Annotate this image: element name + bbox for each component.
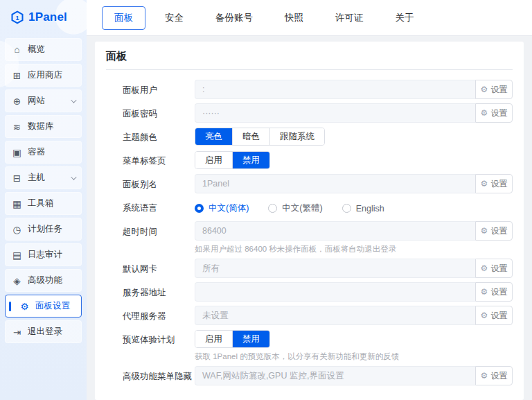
- gear-icon: ⚙: [481, 85, 488, 94]
- menu-tabs-enable-button[interactable]: 启用: [195, 152, 232, 168]
- log-file-icon: ▤: [12, 250, 22, 261]
- tab-about[interactable]: 关于: [383, 6, 427, 30]
- field-label: 代理服务器: [123, 306, 195, 322]
- diamond-icon: ◈: [12, 275, 22, 286]
- gear-icon: ⚙: [481, 288, 488, 296]
- field-label: 菜单标签页: [123, 150, 195, 167]
- timeout-input: 86400: [195, 221, 475, 241]
- form-row: 系统语言 中文(简体) 中文(繁體) English: [123, 198, 513, 217]
- radio-label: 中文(简体): [209, 202, 249, 214]
- sidebar-item-label: 数据库: [28, 121, 54, 132]
- settings-button-label: 设置: [490, 263, 507, 275]
- sidebar-item-logout[interactable]: ⇥ 退出登录: [5, 320, 82, 343]
- tab-panel[interactable]: 面板: [102, 6, 145, 30]
- menu-tabs-group: 启用 禁用: [195, 151, 270, 169]
- theme-dark-button[interactable]: 暗色: [232, 128, 269, 145]
- sidebar-item-host[interactable]: ⊟ 主机: [5, 166, 82, 189]
- server-address-input: [195, 282, 475, 302]
- form-row: 服务器地址 ⚙ 设置: [123, 282, 513, 302]
- sidebar-item-label: 网站: [28, 95, 45, 107]
- preview-enable-button[interactable]: 启用: [195, 331, 232, 347]
- sidebar-item-overview[interactable]: ⌂ 概览: [5, 38, 82, 61]
- brand-logo: 1 1Panel: [0, 0, 87, 35]
- settings-button-label: 设置: [490, 225, 507, 237]
- language-radio-en[interactable]: English: [342, 204, 384, 214]
- hidden-menus-settings-button[interactable]: ⚙ 设置: [475, 366, 513, 385]
- sidebar-item-app-store[interactable]: ⊞ 应用商店: [5, 64, 82, 87]
- tab-license[interactable]: 许可证: [323, 6, 376, 30]
- sidebar-item-cronjob[interactable]: ◷ 计划任务: [5, 218, 82, 241]
- preview-disable-button[interactable]: 禁用: [232, 331, 269, 347]
- sidebar-item-label: 退出登录: [28, 326, 62, 338]
- gear-icon: ⚙: [481, 372, 488, 380]
- sidebar-item-label: 概览: [28, 44, 45, 55]
- panel-alias-settings-button[interactable]: ⚙ 设置: [475, 174, 513, 193]
- panel-password-settings-button[interactable]: ⚙ 设置: [475, 103, 513, 123]
- sidebar-item-label: 高级功能: [28, 275, 62, 286]
- gear-icon: ⚙: [481, 227, 488, 235]
- timeout-settings-button[interactable]: ⚙ 设置: [475, 221, 513, 241]
- default-network-settings-button[interactable]: ⚙ 设置: [475, 259, 513, 278]
- gear-icon: ⚙: [481, 109, 488, 117]
- sidebar-item-container[interactable]: ▣ 容器: [5, 141, 82, 164]
- hexagon-logo-icon: 1: [10, 10, 24, 24]
- field-label: 预览体验计划: [123, 329, 195, 346]
- active-indicator: [9, 302, 11, 311]
- server-address-settings-button[interactable]: ⚙ 设置: [475, 282, 513, 302]
- field-label: 系统语言: [123, 198, 195, 214]
- default-network-input: 所有: [195, 259, 475, 278]
- panel-user-settings-button[interactable]: ⚙ 设置: [475, 80, 513, 99]
- tab-security[interactable]: 安全: [152, 6, 196, 30]
- field-label: 面板密码: [123, 103, 195, 120]
- settings-button-label: 设置: [490, 84, 507, 96]
- radio-icon: [195, 204, 204, 213]
- proxy-server-settings-button[interactable]: ⚙ 设置: [475, 306, 513, 325]
- settings-button-label: 设置: [490, 286, 507, 298]
- host-icon: ⊟: [12, 173, 22, 184]
- panel-password-input: ······: [195, 103, 475, 123]
- field-label: 服务器地址: [123, 282, 195, 299]
- sidebar-item-panel-settings[interactable]: ⚙ 面板设置: [5, 295, 82, 318]
- panel-alias-input: 1Panel: [195, 174, 475, 193]
- proxy-server-input: 未设置: [195, 306, 475, 325]
- panel-settings-form: 面板用户 : ⚙ 设置 面板密码 ······: [106, 70, 513, 385]
- field-label: 面板别名: [123, 174, 195, 191]
- tab-backup-account[interactable]: 备份账号: [203, 6, 265, 30]
- sidebar-item-label: 主机: [28, 172, 45, 184]
- sidebar-item-label: 日志审计: [28, 249, 62, 261]
- form-row: 菜单标签页 启用 禁用: [123, 150, 513, 170]
- timeout-hint: 如果用户超过 86400 秒未操作面板，面板将自动退出登录: [195, 244, 513, 254]
- form-row: 面板别名 1Panel ⚙ 设置: [123, 174, 513, 193]
- globe-icon: ⊕: [12, 96, 22, 107]
- field-label: 高级功能菜单隐藏: [123, 366, 195, 383]
- gear-icon: ⚙: [19, 301, 30, 312]
- sidebar-item-toolbox[interactable]: ▦ 工具箱: [5, 192, 82, 215]
- svg-text:1: 1: [15, 15, 19, 21]
- sidebar-item-logs[interactable]: ▤ 日志审计: [5, 243, 82, 266]
- theme-light-button[interactable]: 亮色: [195, 128, 232, 145]
- theme-auto-button[interactable]: 跟随系统: [269, 128, 324, 145]
- preview-program-group: 启用 禁用: [195, 330, 270, 348]
- page-title: 面板: [106, 50, 513, 62]
- sidebar-item-advanced[interactable]: ◈ 高级功能: [5, 269, 82, 292]
- field-label: 主题颜色: [123, 127, 195, 144]
- main-area: 面板 安全 备份账号 快照 许可证 关于 面板 面板用户 : ⚙ 设置: [87, 0, 532, 400]
- sidebar-item-website[interactable]: ⊕ 网站: [5, 89, 82, 112]
- form-row: 预览体验计划 启用 禁用 获取 1Panel 的预览版本，以分享有关新功能和更新…: [123, 329, 513, 362]
- toolbox-icon: ▦: [12, 198, 22, 209]
- schedule-icon: ◷: [12, 224, 22, 235]
- preview-program-hint: 获取 1Panel 的预览版本，以分享有关新功能和更新的反馈: [195, 351, 513, 362]
- radio-label: 中文(繁體): [282, 202, 322, 214]
- settings-tabbar: 面板 安全 备份账号 快照 许可证 关于: [87, 0, 532, 36]
- brand-name: 1Panel: [28, 10, 67, 24]
- tab-snapshot[interactable]: 快照: [272, 6, 316, 30]
- language-radio-zh-cn[interactable]: 中文(简体): [195, 202, 249, 214]
- menu-tabs-disable-button[interactable]: 禁用: [232, 152, 269, 168]
- sidebar-item-database[interactable]: ≋ 数据库: [5, 115, 82, 138]
- language-radio-zh-tw[interactable]: 中文(繁體): [268, 202, 322, 214]
- radio-icon: [268, 204, 277, 213]
- radio-icon: [342, 204, 351, 213]
- home-icon: ⌂: [12, 44, 22, 55]
- app-store-icon: ⊞: [12, 70, 22, 81]
- theme-color-group: 亮色 暗色 跟随系统: [195, 128, 325, 146]
